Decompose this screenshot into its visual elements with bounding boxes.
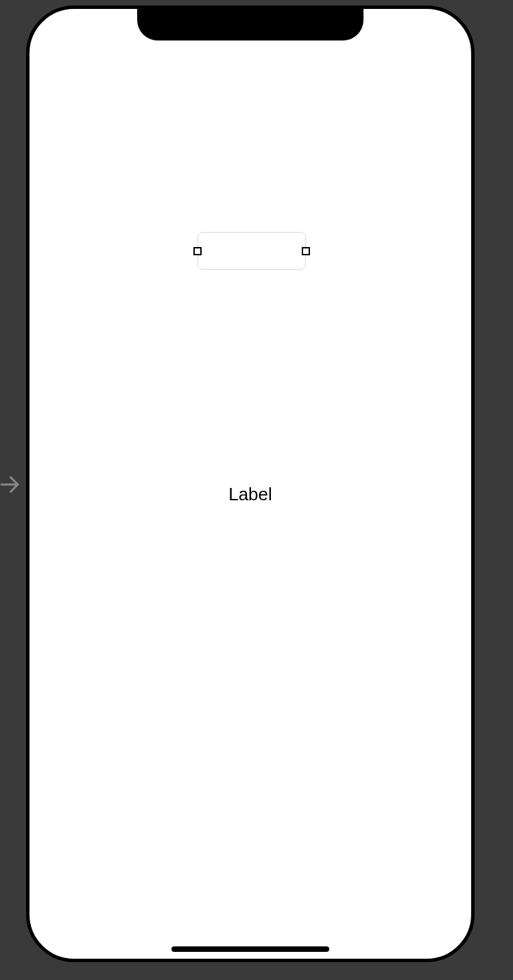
label-element[interactable]: Label (228, 484, 272, 505)
resize-handle-right[interactable] (302, 247, 310, 255)
selected-ui-element[interactable] (198, 232, 306, 270)
device-frame: Label (26, 5, 475, 962)
device-notch (137, 8, 363, 40)
resize-handle-left[interactable] (193, 247, 202, 255)
home-indicator (171, 946, 329, 952)
expand-panel-arrow-icon[interactable] (0, 472, 22, 497)
